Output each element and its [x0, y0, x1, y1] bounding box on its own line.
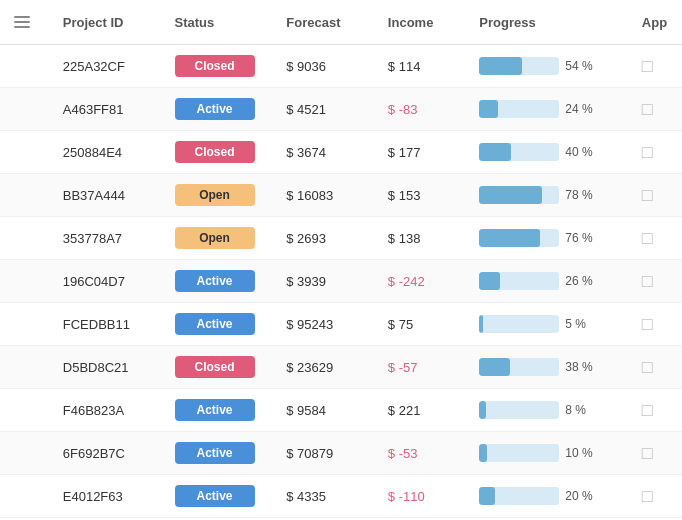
- progress-container: 8 %: [479, 401, 614, 419]
- app-icon: □: [642, 142, 653, 162]
- app-icon: □: [642, 56, 653, 76]
- project-id: D5BD8C21: [49, 346, 161, 389]
- status-badge: Open: [175, 184, 255, 206]
- table-row: F46B823A Active $ 9584 $ 221 8 % □: [0, 389, 682, 432]
- col-header-forecast: Forecast: [272, 0, 374, 45]
- progress-container: 20 %: [479, 487, 614, 505]
- status-cell: Active: [161, 389, 273, 432]
- progress-bar-bg: [479, 100, 559, 118]
- status-badge: Active: [175, 313, 255, 335]
- col-header-status: Status: [161, 0, 273, 45]
- status-badge: Active: [175, 442, 255, 464]
- progress-container: 26 %: [479, 272, 614, 290]
- income-cell: $ 75: [374, 303, 465, 346]
- progress-container: 40 %: [479, 143, 614, 161]
- row-icon-cell: [0, 260, 49, 303]
- row-icon-cell: [0, 432, 49, 475]
- app-icon: □: [642, 314, 653, 334]
- progress-label: 26 %: [565, 274, 595, 288]
- table-row: 353778A7 Open $ 2693 $ 138 76 % □: [0, 217, 682, 260]
- row-icon-cell: [0, 45, 49, 88]
- project-id: 353778A7: [49, 217, 161, 260]
- forecast-cell: $ 70879: [272, 432, 374, 475]
- progress-label: 24 %: [565, 102, 595, 116]
- status-badge: Active: [175, 399, 255, 421]
- progress-cell: 78 %: [465, 174, 628, 217]
- table-row: FCEDBB11 Active $ 95243 $ 75 5 % □: [0, 303, 682, 346]
- menu-icon[interactable]: [10, 12, 35, 32]
- forecast-cell: $ 4335: [272, 475, 374, 518]
- app-cell: □: [628, 217, 682, 260]
- project-id: FCEDBB11: [49, 303, 161, 346]
- progress-cell: 10 %: [465, 432, 628, 475]
- income-cell: $ -57: [374, 346, 465, 389]
- income-cell: $ 221: [374, 389, 465, 432]
- income-cell: $ 153: [374, 174, 465, 217]
- forecast-cell: $ 9584: [272, 389, 374, 432]
- progress-cell: 20 %: [465, 475, 628, 518]
- table-row: 196C04D7 Active $ 3939 $ -242 26 % □: [0, 260, 682, 303]
- progress-label: 54 %: [565, 59, 595, 73]
- forecast-cell: $ 4521: [272, 88, 374, 131]
- col-header-income: Income: [374, 0, 465, 45]
- progress-cell: 54 %: [465, 45, 628, 88]
- table-row: BB37A444 Open $ 16083 $ 153 78 % □: [0, 174, 682, 217]
- progress-container: 54 %: [479, 57, 614, 75]
- forecast-cell: $ 2693: [272, 217, 374, 260]
- app-cell: □: [628, 88, 682, 131]
- progress-cell: 5 %: [465, 303, 628, 346]
- income-cell: $ -83: [374, 88, 465, 131]
- status-badge: Active: [175, 485, 255, 507]
- progress-container: 76 %: [479, 229, 614, 247]
- app-icon: □: [642, 443, 653, 463]
- progress-bar-fill: [479, 57, 522, 75]
- progress-bar-fill: [479, 100, 498, 118]
- progress-label: 20 %: [565, 489, 595, 503]
- project-id: BB37A444: [49, 174, 161, 217]
- table-row: 250884E4 Closed $ 3674 $ 177 40 % □: [0, 131, 682, 174]
- app-icon: □: [642, 271, 653, 291]
- table-row: D5BD8C21 Closed $ 23629 $ -57 38 % □: [0, 346, 682, 389]
- progress-cell: 76 %: [465, 217, 628, 260]
- project-id: 250884E4: [49, 131, 161, 174]
- progress-label: 76 %: [565, 231, 595, 245]
- progress-bar-bg: [479, 272, 559, 290]
- app-cell: □: [628, 432, 682, 475]
- forecast-cell: $ 95243: [272, 303, 374, 346]
- income-cell: $ -242: [374, 260, 465, 303]
- menu-header: [0, 0, 49, 45]
- status-badge: Closed: [175, 55, 255, 77]
- col-header-progress: Progress: [465, 0, 628, 45]
- status-cell: Closed: [161, 45, 273, 88]
- app-icon: □: [642, 99, 653, 119]
- app-cell: □: [628, 260, 682, 303]
- income-cell: $ -53: [374, 432, 465, 475]
- progress-bar-fill: [479, 401, 485, 419]
- app-icon: □: [642, 357, 653, 377]
- progress-bar-fill: [479, 444, 487, 462]
- progress-bar-fill: [479, 487, 495, 505]
- app-icon: □: [642, 486, 653, 506]
- table-row: 6F692B7C Active $ 70879 $ -53 10 % □: [0, 432, 682, 475]
- row-icon-cell: [0, 346, 49, 389]
- app-icon: □: [642, 400, 653, 420]
- app-icon: □: [642, 185, 653, 205]
- row-icon-cell: [0, 174, 49, 217]
- progress-bar-fill: [479, 229, 540, 247]
- row-icon-cell: [0, 389, 49, 432]
- progress-cell: 8 %: [465, 389, 628, 432]
- app-cell: □: [628, 475, 682, 518]
- progress-bar-bg: [479, 444, 559, 462]
- progress-label: 78 %: [565, 188, 595, 202]
- forecast-cell: $ 3939: [272, 260, 374, 303]
- status-badge: Open: [175, 227, 255, 249]
- forecast-cell: $ 23629: [272, 346, 374, 389]
- progress-bar-fill: [479, 186, 541, 204]
- table-row: E4012F63 Active $ 4335 $ -110 20 % □: [0, 475, 682, 518]
- app-cell: □: [628, 45, 682, 88]
- progress-bar-bg: [479, 358, 559, 376]
- progress-bar-bg: [479, 143, 559, 161]
- project-id: 225A32CF: [49, 45, 161, 88]
- status-badge: Closed: [175, 356, 255, 378]
- row-icon-cell: [0, 131, 49, 174]
